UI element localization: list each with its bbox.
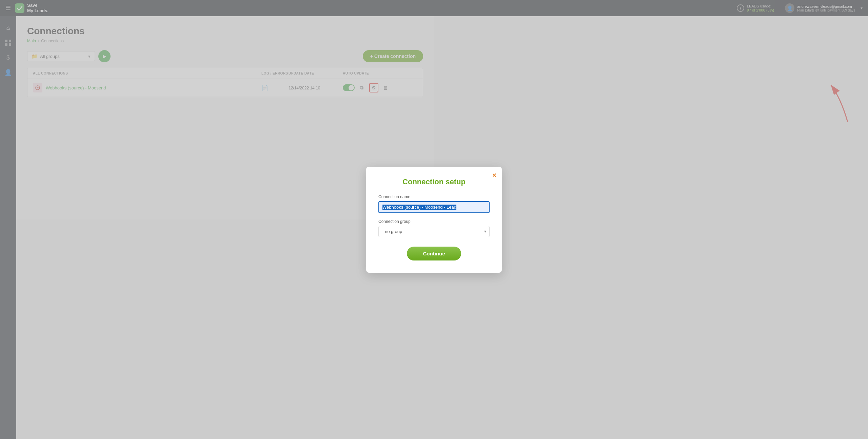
connection-name-input[interactable] <box>378 201 434 213</box>
connection-group-label: Connection group <box>378 219 434 220</box>
modal-overlay[interactable]: × Connection setup Connection name Conne… <box>0 0 434 220</box>
connection-group-field: Connection group - no group - ▾ <box>378 219 434 220</box>
modal-title: Connection setup <box>378 177 434 186</box>
connection-name-field: Connection name <box>378 194 434 219</box>
connection-setup-modal: × Connection setup Connection name Conne… <box>366 167 434 220</box>
connection-name-label: Connection name <box>378 194 434 199</box>
